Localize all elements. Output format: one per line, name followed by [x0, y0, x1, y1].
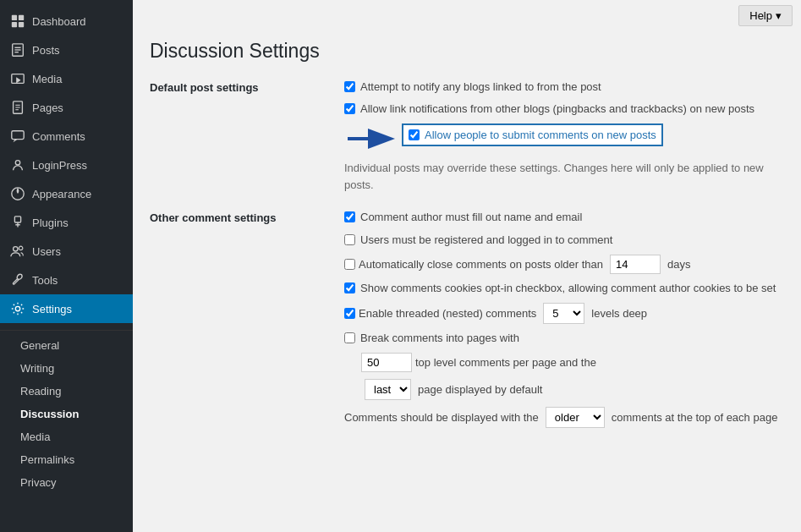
checkbox-allow-linkbacks: Allow link notifications from other blog…	[344, 101, 784, 117]
svg-point-21	[15, 306, 19, 310]
sidebar-label-posts: Posts	[32, 44, 60, 57]
checkbox-notify-blogs: Attempt to notify any blogs linked to fr…	[344, 80, 784, 95]
checkbox-allow-comments-label[interactable]: Allow people to submit comments on new p…	[425, 129, 656, 141]
sidebar-item-media[interactable]: Media	[0, 64, 133, 93]
sidebar-item-comments[interactable]: Comments	[0, 122, 133, 151]
help-button[interactable]: Help ▾	[738, 5, 793, 26]
checkbox-threaded-label2: levels deep	[591, 307, 647, 320]
sidebar-label-pages: Pages	[32, 101, 63, 114]
svg-point-20	[19, 246, 23, 250]
default-post-label: Default post settings	[150, 80, 344, 94]
page-count-label: top level comments per page and the	[415, 356, 596, 369]
svg-rect-3	[19, 22, 24, 27]
plugins-icon	[10, 215, 25, 230]
checkbox-allow-linkbacks-input[interactable]	[344, 103, 355, 114]
sidebar-label-loginpress: LoginPress	[32, 159, 87, 172]
sidebar-label-users: Users	[32, 245, 61, 258]
default-post-help-text: Individual posts may override these sett…	[344, 160, 784, 193]
sidebar-subitem-media[interactable]: Media	[0, 425, 133, 448]
sidebar-label-settings: Settings	[32, 303, 72, 315]
sidebar-label-comments: Comments	[32, 130, 85, 143]
sidebar-item-users[interactable]: Users	[0, 237, 133, 266]
sidebar-item-dashboard[interactable]: Dashboard	[0, 7, 133, 36]
checkbox-notify-blogs-input[interactable]	[344, 81, 355, 92]
page-count-input[interactable]	[361, 353, 412, 372]
sidebar-label-tools: Tools	[32, 274, 58, 287]
page-display-label: page displayed by default	[418, 383, 542, 396]
checkbox-threaded-row: Enable threaded (nested) comments 123456…	[344, 303, 784, 324]
page-title: Discussion Settings	[150, 40, 784, 63]
checkbox-author-fill-input[interactable]	[344, 211, 355, 222]
svg-rect-2	[12, 22, 17, 27]
settings-icon	[10, 301, 25, 316]
other-comment-content: Comment author must fill out name and em…	[344, 210, 784, 428]
checkbox-allow-comments-input[interactable]	[409, 129, 420, 140]
checkbox-threaded-input[interactable]	[344, 308, 355, 319]
sidebar-subitem-permalinks[interactable]: Permalinks	[0, 448, 133, 471]
users-icon	[10, 244, 25, 259]
sidebar-item-settings[interactable]: Settings	[0, 294, 133, 323]
checkbox-allow-linkbacks-label[interactable]: Allow link notifications from other blog…	[360, 101, 754, 117]
main-content: Help ▾ Discussion Settings Default post …	[133, 0, 801, 532]
display-label2: comments at the top of each page	[612, 411, 778, 424]
checkbox-registered-label[interactable]: Users must be registered and logged in t…	[360, 233, 612, 248]
checkbox-author-fill-label[interactable]: Comment author must fill out name and em…	[360, 210, 582, 225]
checkbox-auto-close-row: Automatically close comments on posts ol…	[344, 255, 784, 274]
svg-rect-1	[19, 15, 24, 20]
pages-icon	[10, 100, 25, 115]
sidebar-item-pages[interactable]: Pages	[0, 93, 133, 122]
settings-submenu: General Writing Reading Discussion Media…	[0, 331, 133, 497]
threaded-depth-select[interactable]: 12345678910	[543, 303, 584, 324]
sidebar-item-loginpress[interactable]: LoginPress	[0, 151, 133, 179]
sidebar-item-tools[interactable]: Tools	[0, 266, 133, 294]
tools-icon	[10, 272, 25, 288]
sidebar-subitem-writing[interactable]: Writing	[0, 357, 133, 380]
media-icon	[10, 71, 25, 86]
svg-rect-18	[14, 217, 20, 222]
content-area: Discussion Settings Default post setting…	[133, 31, 801, 532]
auto-close-days-input[interactable]	[610, 255, 661, 274]
comments-icon	[10, 129, 25, 144]
display-label1: Comments should be displayed with the	[344, 411, 539, 424]
sidebar-label-media: Media	[32, 73, 62, 85]
checkbox-break-pages-input[interactable]	[344, 332, 355, 343]
sidebar-item-appearance[interactable]: Appearance	[0, 179, 133, 208]
allow-comments-arrow-row: Allow people to submit comments on new p…	[344, 123, 784, 153]
svg-marker-9	[16, 77, 20, 83]
sidebar-subitem-general[interactable]: General	[0, 334, 133, 357]
svg-rect-0	[12, 15, 17, 20]
display-order-select[interactable]: newerolder	[546, 407, 605, 428]
other-comment-settings-row: Other comment settings Comment author mu…	[150, 210, 784, 428]
dashboard-icon	[10, 14, 25, 29]
svg-point-16	[15, 161, 19, 165]
arrow-icon	[344, 127, 395, 151]
checkbox-author-fill: Comment author must fill out name and em…	[344, 210, 784, 225]
checkbox-break-pages: Break comments into pages with	[344, 331, 784, 346]
checkbox-threaded-label1[interactable]: Enable threaded (nested) comments	[359, 307, 536, 320]
page-display-select[interactable]: firstlast	[365, 379, 411, 400]
other-comment-label: Other comment settings	[150, 210, 344, 224]
checkbox-notify-blogs-label[interactable]: Attempt to notify any blogs linked to fr…	[360, 80, 601, 95]
checkbox-auto-close-label1[interactable]: Automatically close comments on posts ol…	[359, 258, 603, 271]
default-post-settings-row: Default post settings Attempt to notify …	[150, 80, 784, 193]
checkbox-registered-input[interactable]	[344, 234, 355, 245]
sidebar-subitem-privacy[interactable]: Privacy	[0, 471, 133, 494]
sidebar-item-plugins[interactable]: Plugins	[0, 208, 133, 237]
sidebar-label-dashboard: Dashboard	[32, 15, 86, 28]
sidebar-item-posts[interactable]: Posts	[0, 36, 133, 64]
checkbox-cookies-label[interactable]: Show comments cookies opt-in checkbox, a…	[360, 281, 776, 296]
page-count-row: top level comments per page and the	[361, 353, 784, 372]
posts-icon	[10, 42, 25, 58]
help-label: Help	[749, 9, 772, 22]
appearance-icon	[10, 186, 25, 201]
checkbox-auto-close-input[interactable]	[344, 259, 355, 270]
checkbox-cookies-input[interactable]	[344, 282, 355, 293]
checkbox-allow-comments-highlighted: Allow people to submit comments on new p…	[402, 123, 663, 146]
default-post-content: Attempt to notify any blogs linked to fr…	[344, 80, 784, 193]
checkbox-break-pages-label[interactable]: Break comments into pages with	[360, 331, 519, 346]
svg-rect-14	[12, 131, 24, 140]
checkbox-cookies: Show comments cookies opt-in checkbox, a…	[344, 281, 784, 296]
sidebar-subitem-reading[interactable]: Reading	[0, 380, 133, 403]
sidebar-subitem-discussion[interactable]: Discussion	[0, 403, 133, 425]
svg-point-19	[14, 247, 18, 251]
